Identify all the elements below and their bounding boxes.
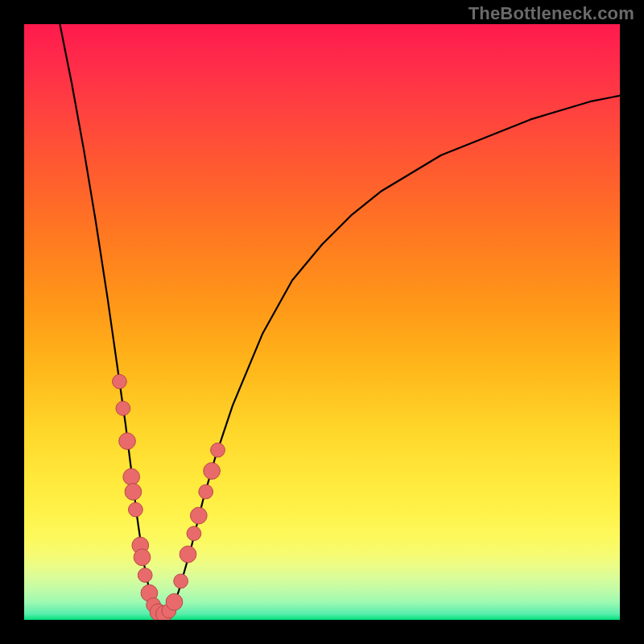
- marker-dot: [174, 574, 188, 588]
- marker-dot: [204, 463, 221, 480]
- marker-dot: [116, 401, 130, 415]
- marker-dot: [129, 502, 143, 517]
- chart-svg: [24, 24, 620, 620]
- marker-dot: [119, 433, 136, 450]
- marker-dot: [113, 374, 127, 389]
- plot-area: [24, 24, 620, 620]
- bottleneck-curve: [60, 24, 620, 614]
- watermark-text: TheBottleneck.com: [469, 3, 634, 24]
- marker-dot: [123, 469, 140, 485]
- marker-dot: [166, 593, 183, 610]
- curve-path: [60, 24, 620, 614]
- chart-frame: TheBottleneck.com: [0, 0, 644, 644]
- marker-dot: [211, 443, 225, 457]
- marker-dot: [190, 507, 207, 524]
- marker-dot: [125, 484, 142, 501]
- marker-dot: [134, 549, 151, 566]
- marker-dot: [187, 526, 201, 541]
- marker-dot: [199, 485, 213, 499]
- marker-dot: [180, 546, 196, 563]
- marker-dots: [113, 374, 225, 620]
- marker-dot: [138, 568, 152, 583]
